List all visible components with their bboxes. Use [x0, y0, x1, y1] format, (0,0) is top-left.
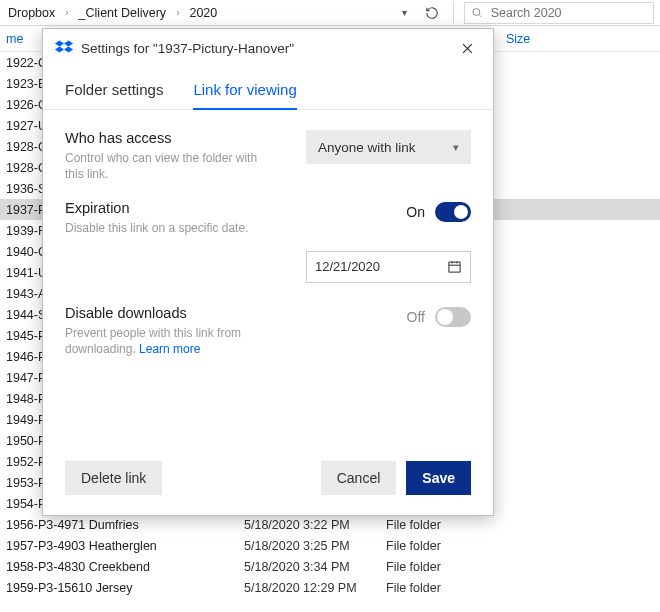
- expiration-toggle[interactable]: [435, 202, 471, 222]
- svg-line-1: [479, 15, 481, 17]
- downloads-heading: Disable downloads: [65, 305, 407, 321]
- svg-point-0: [473, 9, 480, 16]
- close-button[interactable]: [453, 34, 481, 62]
- settings-modal: Settings for "1937-Pictury-Hanover" Fold…: [42, 28, 494, 516]
- expiration-state-label: On: [406, 204, 425, 220]
- refresh-icon[interactable]: [421, 2, 443, 24]
- access-dropdown[interactable]: Anyone with link ▾: [306, 130, 471, 164]
- access-heading: Who has access: [65, 130, 306, 146]
- svg-rect-4: [449, 262, 460, 272]
- downloads-state-label: Off: [407, 309, 425, 325]
- search-input[interactable]: [489, 5, 647, 21]
- modal-tabs: Folder settings Link for viewing: [43, 81, 493, 110]
- tab-folder-settings[interactable]: Folder settings: [65, 81, 163, 109]
- row-name: 1959-P3-15610 Jersey: [0, 581, 244, 595]
- search-box[interactable]: [464, 2, 654, 24]
- breadcrumb-item[interactable]: 2020: [187, 6, 219, 20]
- expiration-date-input[interactable]: 12/21/2020: [306, 251, 471, 283]
- search-icon: [471, 6, 483, 19]
- modal-footer: Delete link Cancel Save: [43, 447, 493, 515]
- row-type: File folder: [386, 581, 506, 595]
- modal-title: Settings for "1937-Pictury-Hanover": [81, 41, 453, 56]
- row-type: File folder: [386, 539, 506, 553]
- calendar-icon: [447, 259, 462, 274]
- row-date: 5/18/2020 12:29 PM: [244, 581, 386, 595]
- table-row[interactable]: 1959-P3-15610 Jersey5/18/2020 12:29 PMFi…: [0, 577, 660, 598]
- chevron-right-icon: ›: [174, 7, 181, 18]
- section-who-has-access: Who has access Control who can view the …: [65, 130, 471, 182]
- dropbox-icon: [55, 39, 73, 57]
- row-date: 5/18/2020 3:34 PM: [244, 560, 386, 574]
- expiration-date-value: 12/21/2020: [315, 259, 380, 274]
- row-date: 5/18/2020 3:22 PM: [244, 518, 386, 532]
- delete-link-button[interactable]: Delete link: [65, 461, 162, 495]
- table-row[interactable]: 1957-P3-4903 Heatherglen5/18/2020 3:25 P…: [0, 535, 660, 556]
- breadcrumb-history-dropdown[interactable]: ▾: [393, 2, 415, 24]
- learn-more-link[interactable]: Learn more: [139, 342, 200, 356]
- row-type: File folder: [386, 518, 506, 532]
- modal-body: Who has access Control who can view the …: [43, 110, 493, 447]
- column-size[interactable]: Size: [506, 32, 530, 46]
- access-subtext: Control who can view the folder with thi…: [65, 150, 265, 182]
- row-date: 5/18/2020 3:25 PM: [244, 539, 386, 553]
- table-row[interactable]: 1958-P3-4830 Creekbend5/18/2020 3:34 PMF…: [0, 556, 660, 577]
- breadcrumb-item[interactable]: _Client Delivery: [77, 6, 169, 20]
- downloads-subtext: Prevent people with this link from downl…: [65, 325, 265, 357]
- table-row[interactable]: 1956-P3-4971 Dumfries5/18/2020 3:22 PMFi…: [0, 514, 660, 535]
- chevron-down-icon: ▾: [453, 141, 459, 154]
- row-name: 1956-P3-4971 Dumfries: [0, 518, 244, 532]
- breadcrumb-item[interactable]: Dropbox: [6, 6, 57, 20]
- expiration-heading: Expiration: [65, 200, 406, 216]
- chevron-right-icon: ›: [63, 7, 70, 18]
- tab-link-for-viewing[interactable]: Link for viewing: [193, 81, 296, 110]
- row-name: 1958-P3-4830 Creekbend: [0, 560, 244, 574]
- expiration-subtext: Disable this link on a specific date.: [65, 220, 265, 236]
- section-disable-downloads: Disable downloads Prevent people with th…: [65, 305, 471, 357]
- close-icon: [460, 41, 475, 56]
- downloads-toggle[interactable]: [435, 307, 471, 327]
- row-name: 1957-P3-4903 Heatherglen: [0, 539, 244, 553]
- cancel-button[interactable]: Cancel: [321, 461, 397, 495]
- access-dropdown-value: Anyone with link: [318, 140, 416, 155]
- section-expiration: Expiration Disable this link on a specif…: [65, 200, 471, 236]
- row-type: File folder: [386, 560, 506, 574]
- explorer-toolbar: Dropbox › _Client Delivery › 2020 ▾: [0, 0, 660, 26]
- save-button[interactable]: Save: [406, 461, 471, 495]
- modal-header: Settings for "1937-Pictury-Hanover": [43, 29, 493, 67]
